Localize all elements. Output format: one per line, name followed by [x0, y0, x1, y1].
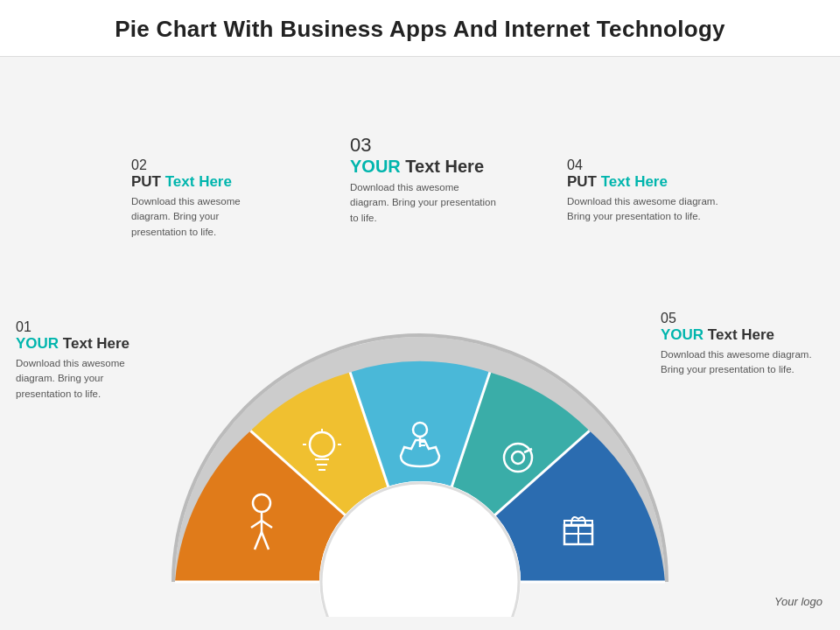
logo: Your logo	[774, 595, 822, 608]
annotation-01: 01 YOUR Text Here Download this awesome …	[16, 319, 156, 402]
ann-03-title-colored: Text Here	[401, 157, 484, 176]
ann-05-desc: Download this awesome diagram. Bring you…	[661, 347, 827, 378]
ann-03-title-plain: YOUR	[350, 157, 401, 176]
ann-05-num: 05	[661, 311, 827, 326]
content-area: 01 YOUR Text Here Download this awesome …	[0, 57, 840, 617]
ann-02-title-colored: Text Here	[161, 173, 232, 190]
ann-05-title-wrap: YOUR Text Here	[661, 326, 827, 344]
ann-04-title-colored: Text Here	[597, 173, 668, 190]
ann-04-desc: Download this awesome diagram. Bring you…	[567, 194, 729, 225]
ann-03-title-wrap: YOUR Text Here	[350, 157, 499, 177]
title-bar: Pie Chart With Business Apps And Interne…	[0, 0, 840, 57]
ann-04-num: 04	[567, 158, 729, 173]
ann-04-title-plain: PUT	[567, 173, 597, 190]
ann-04-title-wrap: PUT Text Here	[567, 173, 729, 191]
ann-01-title-wrap: YOUR Text Here	[16, 335, 156, 353]
ann-02-title-wrap: PUT Text Here	[131, 173, 276, 191]
annotation-02: 02 PUT Text Here Download this awesome d…	[131, 158, 276, 240]
ann-02-num: 02	[131, 158, 276, 173]
annotation-04: 04 PUT Text Here Download this awesome d…	[567, 158, 729, 225]
annotation-05: 05 YOUR Text Here Download this awesome …	[661, 311, 827, 378]
pie-chart	[158, 319, 682, 617]
ann-01-desc: Download this awesome diagram. Bring you…	[16, 356, 156, 402]
ann-02-desc: Download this awesome diagram. Bring you…	[131, 194, 276, 240]
ann-01-num: 01	[16, 319, 156, 335]
slide: Pie Chart With Business Apps And Interne…	[0, 0, 840, 630]
ann-05-title-plain: YOUR	[661, 326, 704, 343]
annotation-03: 03 YOUR Text Here Download this awesome …	[350, 134, 499, 226]
ann-03-desc: Download this awesome diagram. Bring you…	[350, 180, 499, 226]
ann-02-title-plain: PUT	[131, 173, 161, 190]
ann-01-title-plain: YOUR	[16, 335, 59, 352]
ann-05-title-colored: Text Here	[704, 326, 774, 343]
ann-03-num: 03	[350, 134, 499, 157]
page-title: Pie Chart With Business Apps And Interne…	[26, 16, 814, 43]
ann-01-title-colored: Text Here	[59, 335, 130, 352]
